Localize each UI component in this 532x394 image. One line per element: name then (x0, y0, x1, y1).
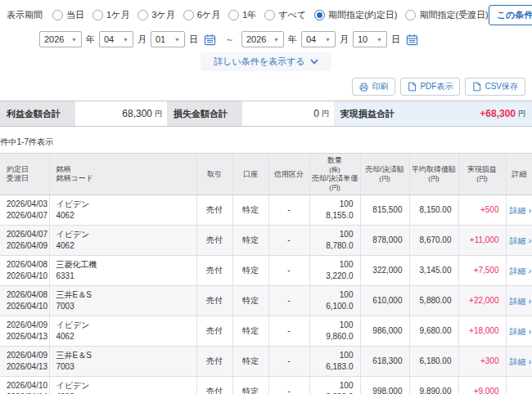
unit-price: 6,183.0 (313, 361, 354, 373)
avg-cost: 9,890.00 (409, 377, 458, 394)
print-label: 印刷 (372, 81, 388, 92)
period-radio[interactable]: すべて (264, 9, 306, 21)
header-transaction: 取引 (196, 154, 232, 195)
quantity: 100 (313, 229, 354, 240)
yen-suffix: 円 (155, 109, 162, 119)
header-margin: 信用区分 (268, 154, 309, 195)
detail-cell: 詳細› (506, 316, 532, 347)
chevron-right-icon: › (529, 235, 532, 245)
date-range-row: 2026 ▼ 年 04 ▼ 月 01 ▼ 日 ～ (39, 31, 525, 47)
period-radio[interactable]: 当日 (52, 9, 84, 21)
stock-name: 三井E＆S (56, 289, 193, 301)
period-radio[interactable]: 3ケ月 (138, 9, 174, 21)
day-suffix: 日 (189, 34, 198, 46)
range-separator: ～ (225, 34, 234, 46)
detail-link[interactable]: 詳細› (510, 357, 532, 366)
table-row: 2026/04/03 2026/04/07 イビデン 4062 売付 特定 - … (0, 195, 532, 226)
stock-name: イビデン (56, 229, 193, 240)
avg-cost: 6,180.00 (409, 347, 458, 377)
account-type: 特定 (232, 377, 268, 394)
detail-link-label: 詳細 (510, 297, 526, 306)
to-day-select[interactable]: 10 ▼ (353, 31, 387, 47)
stock-cell: イビデン 4062 (49, 226, 196, 256)
trade-date: 2026/04/07 (7, 229, 46, 240)
stock-cell: イビデン 4062 (49, 377, 196, 394)
settle-date: 2026/04/09 (7, 240, 46, 252)
radio-icon (228, 10, 239, 20)
period-radio-group: 当日 1ケ月 3ケ月 6ケ月 1年 すべて 期間指定(約定日) 期間指定(受渡日… (52, 9, 489, 21)
table-row: 2026/04/07 2026/04/09 イビデン 4062 売付 特定 - … (0, 226, 532, 256)
account-type: 特定 (232, 316, 268, 347)
caret-down-icon: ▼ (71, 37, 77, 43)
sell-amount: 986,000 (360, 316, 409, 347)
print-button[interactable]: 印刷 (352, 78, 395, 96)
yen-suffix: 円 (518, 109, 525, 119)
transaction-type: 売付 (196, 347, 232, 377)
unit-price: 8,155.0 (313, 210, 354, 222)
from-day-select[interactable]: 01 ▼ (151, 31, 185, 47)
realized-total-label: 実現損益合計 (340, 108, 394, 120)
detail-link-label: 詳細 (510, 327, 526, 336)
account-type: 特定 (232, 256, 268, 286)
radio-icon (405, 10, 416, 20)
advanced-conditions-toggle[interactable]: 詳しい条件を表示する (201, 52, 331, 71)
trade-date: 2026/04/03 (7, 199, 46, 210)
detail-link[interactable]: 詳細› (510, 206, 532, 215)
period-radio[interactable]: 1ケ月 (92, 9, 129, 21)
detail-link[interactable]: 詳細› (510, 236, 532, 245)
settle-date: 2026/04/13 (7, 361, 46, 373)
settle-date: 2026/04/10 (7, 301, 46, 312)
caret-down-icon: ▼ (273, 37, 279, 43)
stock-code: 4062 (56, 240, 193, 252)
margin-type: - (268, 347, 309, 377)
trade-date: 2026/04/09 (7, 320, 46, 331)
period-radio[interactable]: 期間指定(約定日) (314, 9, 397, 21)
to-year-select[interactable]: 2026 ▼ (241, 31, 284, 47)
detail-link[interactable]: 詳細› (510, 327, 532, 336)
settle-date: 2026/04/13 (7, 331, 46, 343)
calendar-icon[interactable] (406, 34, 418, 46)
from-month-value: 04 (104, 34, 114, 44)
realized-pl-page: 表示期間 当日 1ケ月 3ケ月 6ケ月 1年 すべて 期間指定(約定日) 期間指… (0, 0, 532, 394)
transaction-type: 売付 (196, 377, 232, 394)
pdf-button[interactable]: PDF表示 (400, 78, 460, 96)
sell-amount: 878,000 (360, 226, 409, 256)
summary-bar: 利益金額合計 68,300 円 損失金額合計 0 円 実現損益合計 +68,30… (0, 101, 532, 127)
period-label: 表示期間 (7, 9, 43, 21)
margin-type: - (268, 256, 309, 286)
stock-cell: イビデン 4062 (49, 195, 196, 226)
quantity-cell: 100 8,780.0 (309, 226, 360, 256)
header-dates: 約定日 受渡日 (0, 154, 49, 195)
table-row: 2026/04/10 2026/04/14 イビデン 4062 売付 特定 - … (0, 377, 532, 394)
detail-link-label: 詳細 (510, 206, 526, 215)
period-radio[interactable]: 期間指定(受渡日) (405, 9, 488, 21)
calendar-icon[interactable] (204, 34, 216, 46)
account-type: 特定 (232, 347, 268, 377)
from-year-value: 2026 (44, 34, 64, 44)
detail-link[interactable]: 詳細› (510, 266, 532, 275)
period-radio[interactable]: 1年 (228, 9, 256, 21)
apply-filter-button[interactable]: この条件で表示する (489, 5, 532, 25)
profit-total-label: 利益金額合計 (0, 101, 75, 126)
month-suffix: 月 (340, 34, 349, 46)
sell-amount: 618,300 (360, 347, 409, 377)
period-filter-section: 表示期間 当日 1ケ月 3ケ月 6ケ月 1年 すべて 期間指定(約定日) 期間指… (0, 0, 532, 74)
pdf-label: PDF表示 (420, 81, 453, 92)
advanced-conditions-label: 詳しい条件を表示する (214, 56, 304, 68)
table-row: 2026/04/09 2026/04/13 三井E＆S 7003 売付 特定 -… (0, 347, 532, 377)
period-radio[interactable]: 6ケ月 (183, 9, 220, 21)
chevron-right-icon: › (529, 326, 532, 336)
quantity: 100 (313, 350, 354, 361)
quantity: 100 (313, 380, 354, 392)
realized-pl-value: +300 (458, 347, 506, 377)
from-month-select[interactable]: 04 ▼ (99, 31, 133, 47)
to-day-value: 10 (358, 34, 367, 44)
detail-link[interactable]: 詳細› (510, 297, 532, 306)
from-year-select[interactable]: 2026 ▼ (39, 31, 82, 47)
margin-type: - (268, 226, 309, 256)
csv-button[interactable]: CSV保存 (465, 78, 525, 96)
caret-down-icon: ▼ (325, 37, 331, 43)
radio-icon (52, 10, 63, 20)
sell-amount: 998,000 (360, 377, 409, 394)
to-month-select[interactable]: 04 ▼ (301, 31, 336, 47)
